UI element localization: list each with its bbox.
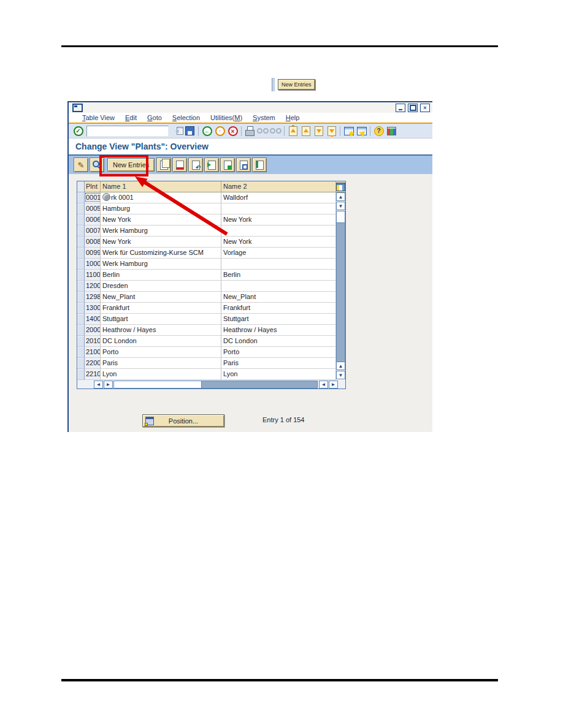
cell-name1[interactable]: Heathrow / Hayes — [101, 325, 221, 336]
cell-name2[interactable]: Lyon — [221, 369, 336, 380]
menu-selection[interactable]: Selection — [172, 114, 200, 121]
deselect-all-icon[interactable] — [236, 157, 251, 172]
scroll-right-icon[interactable]: ► — [104, 381, 113, 389]
vertical-scroll-thumb[interactable] — [336, 211, 345, 223]
cell-name2[interactable] — [221, 259, 336, 270]
horizontal-scroll-track[interactable] — [113, 381, 318, 389]
cell-name1[interactable]: DC London — [101, 336, 221, 347]
scroll-left-icon[interactable]: ◄ — [94, 381, 103, 389]
cell-name2[interactable]: DC London — [221, 336, 336, 347]
choose-icon[interactable] — [90, 157, 104, 172]
cell-name2[interactable]: Vorlage — [221, 248, 336, 259]
command-input[interactable] — [87, 127, 177, 135]
row-selector[interactable] — [77, 237, 85, 248]
position-button[interactable]: Position... — [142, 414, 224, 427]
cell-name1[interactable]: Dresden — [101, 281, 221, 292]
undo-icon[interactable] — [188, 157, 203, 172]
scroll-up-icon[interactable]: ▲ — [336, 192, 345, 201]
cell-name2[interactable] — [221, 203, 336, 214]
row-selector[interactable] — [77, 192, 85, 203]
row-selector[interactable] — [77, 248, 85, 259]
row-selector[interactable] — [77, 292, 85, 303]
cell-name1[interactable]: Porto — [101, 347, 221, 358]
row-selector[interactable] — [77, 347, 85, 358]
row-selector[interactable] — [77, 303, 85, 314]
menu-goto[interactable]: Goto — [147, 114, 162, 121]
row-selector[interactable] — [77, 214, 85, 226]
row-selector[interactable] — [77, 325, 85, 336]
save-icon[interactable] — [184, 125, 196, 137]
column-header-plnt[interactable]: Plnt — [85, 181, 101, 192]
horizontal-scroll-thumb[interactable] — [201, 381, 317, 388]
cell-name1[interactable]: Hamburg — [101, 203, 221, 214]
exit-icon[interactable] — [214, 125, 226, 137]
cell-plnt[interactable]: 0001 — [85, 192, 101, 203]
last-page-icon[interactable] — [326, 125, 337, 137]
vertical-scroll-track[interactable] — [336, 223, 345, 362]
cell-name1[interactable]: Frankfurt — [101, 303, 221, 314]
find-next-icon[interactable] — [270, 125, 282, 137]
cell-name2[interactable] — [221, 226, 336, 237]
cell-name2[interactable]: New_Plant — [221, 292, 336, 303]
cell-name1[interactable]: Lyon — [101, 369, 221, 380]
row-selector[interactable] — [77, 358, 85, 369]
first-page-icon[interactable] — [287, 125, 299, 137]
select-all-icon[interactable] — [204, 157, 219, 172]
selector-header-cell[interactable] — [77, 181, 85, 192]
maximize-icon[interactable] — [408, 104, 418, 112]
cell-plnt[interactable]: 2000 — [85, 325, 101, 336]
cell-name2[interactable]: Berlin — [221, 270, 336, 281]
change-display-icon[interactable] — [74, 157, 88, 172]
enter-icon[interactable] — [72, 125, 84, 137]
back-icon[interactable] — [201, 125, 213, 137]
cell-name1[interactable]: Berlin — [101, 270, 221, 281]
menu-help[interactable]: Help — [286, 114, 300, 121]
table-config-icon[interactable] — [336, 181, 345, 192]
print-icon[interactable] — [244, 125, 256, 137]
cell-name1[interactable]: Paris — [101, 358, 221, 369]
cell-plnt[interactable]: 2010 — [85, 336, 101, 347]
row-selector[interactable] — [77, 281, 85, 292]
cell-name1[interactable]: Stuttgart — [101, 314, 221, 325]
cell-plnt[interactable]: 1200 — [85, 281, 101, 292]
print-list-icon[interactable] — [252, 157, 267, 172]
cell-plnt[interactable]: 2210 — [85, 369, 101, 380]
cell-plnt[interactable]: 0007 — [85, 226, 101, 237]
cell-name1[interactable]: New_Plant — [101, 292, 221, 303]
column-header-name-1[interactable]: Name 1 — [101, 181, 221, 192]
cell-name2[interactable]: New York — [221, 237, 336, 248]
menu-system[interactable]: System — [253, 114, 275, 121]
cell-plnt[interactable]: 0008 — [85, 237, 101, 248]
copy-icon[interactable] — [156, 157, 171, 172]
cell-plnt[interactable]: 0099 — [85, 248, 101, 259]
scroll-down-icon[interactable]: ▼ — [336, 371, 345, 379]
new-session-icon[interactable] — [343, 125, 354, 137]
cancel-icon[interactable] — [227, 125, 239, 137]
row-selector[interactable] — [77, 226, 85, 237]
cell-name2[interactable]: Walldorf — [221, 192, 336, 203]
help-icon[interactable] — [373, 125, 385, 137]
row-selector[interactable] — [77, 369, 85, 380]
system-menu-icon[interactable] — [72, 104, 83, 112]
select-block-icon[interactable] — [220, 157, 235, 172]
row-selector[interactable] — [77, 270, 85, 281]
expand-icon[interactable] — [171, 125, 183, 137]
menu-utilities-m[interactable]: Utilities(M) — [210, 114, 242, 121]
row-selector[interactable] — [77, 259, 85, 270]
cell-plnt[interactable]: 0006 — [85, 214, 101, 226]
cell-name2[interactable]: Heathrow / Hayes — [221, 325, 336, 336]
cell-name2[interactable]: Frankfurt — [221, 303, 336, 314]
cell-plnt[interactable]: 2100 — [85, 347, 101, 358]
previous-page-icon[interactable] — [300, 125, 312, 137]
cell-plnt[interactable]: 0005 — [85, 203, 101, 214]
scroll-up-icon[interactable]: ▲ — [336, 362, 345, 370]
cell-name1[interactable]: Werk für Customizing-Kurse SCM — [101, 248, 221, 259]
row-selector[interactable] — [77, 314, 85, 325]
next-page-icon[interactable] — [313, 125, 324, 137]
shortcut-icon[interactable] — [356, 125, 367, 137]
row-selector[interactable] — [77, 336, 85, 347]
cell-name2[interactable]: Stuttgart — [221, 314, 336, 325]
cell-name1[interactable]: New York — [101, 214, 221, 226]
cell-name2[interactable]: Porto — [221, 347, 336, 358]
cell-name1[interactable]: rk 0001 — [101, 192, 221, 203]
